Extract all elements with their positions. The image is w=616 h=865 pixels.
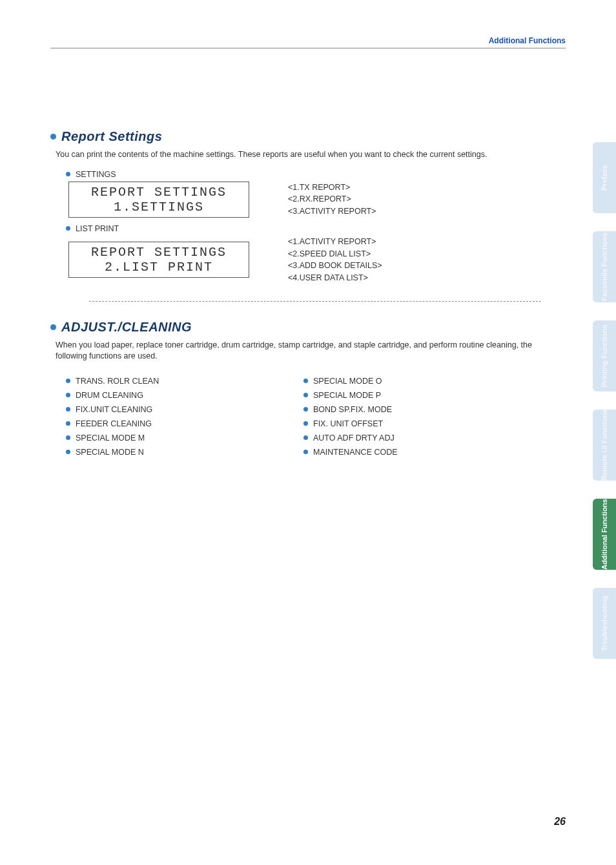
lcd-line-2: 1.SETTINGS xyxy=(114,200,204,214)
cleaning-functions-list: TRANS. ROLR CLEAN DRUM CLEANING FIX.UNIT… xyxy=(66,371,541,462)
settings-pair: REPORT SETTINGS 1.SETTINGS <1.TX REPORT>… xyxy=(68,182,541,218)
tab-troubleshooting[interactable]: Troubleshooting xyxy=(593,588,616,659)
tab-facsimile[interactable]: Facsimile Functions xyxy=(593,231,616,302)
settings-options: <1.TX REPORT> <2.RX.REPORT> <3.ACTIVITY … xyxy=(288,182,376,218)
bullet-icon xyxy=(303,450,308,454)
list-print-pair: REPORT SETTINGS 2.LIST PRINT <1.ACTIVITY… xyxy=(68,236,541,284)
tab-label: Remote UI Functions xyxy=(601,410,608,481)
sub-settings: SETTINGS xyxy=(66,170,541,179)
tab-label: Additional Functions xyxy=(601,499,608,569)
list-item: FIX. UNIT OFFSET xyxy=(303,419,541,428)
bullet-icon xyxy=(66,407,70,412)
section-divider xyxy=(89,301,541,302)
page-number: 26 xyxy=(554,816,566,828)
bullet-icon xyxy=(66,379,70,383)
lcd-line-1: REPORT SETTINGS xyxy=(91,245,227,260)
option-line: <1.TX REPORT> xyxy=(288,182,376,194)
lcd-display-list-print: REPORT SETTINGS 2.LIST PRINT xyxy=(68,242,249,278)
item-label: BOND SP.FIX. MODE xyxy=(313,405,392,414)
item-label: FIX.UNIT CLEANING xyxy=(76,405,152,414)
bullet-icon xyxy=(303,379,308,383)
list-item: DRUM CLEANING xyxy=(66,391,303,400)
sub-label: SETTINGS xyxy=(76,170,116,179)
tab-label: Printing Functions xyxy=(601,324,608,387)
header-rule xyxy=(50,48,566,48)
bullet-icon xyxy=(66,450,70,454)
section-report-settings-heading: Report Settings xyxy=(50,129,541,144)
tab-label: Troubleshooting xyxy=(601,596,608,651)
tab-label: Facsimile Functions xyxy=(601,233,608,301)
option-line: <2.RX.REPORT> xyxy=(288,193,376,205)
bullet-icon xyxy=(66,226,70,231)
option-line: <1.ACTIVITY REPORT> xyxy=(288,236,382,248)
bullet-icon xyxy=(303,407,308,412)
section-intro: You can print the contents of the machin… xyxy=(56,149,541,161)
sub-label: LIST PRINT xyxy=(76,224,119,233)
item-label: FEEDER CLEANING xyxy=(76,419,152,428)
list-item: SPECIAL MODE N xyxy=(66,448,303,457)
tab-remote-ui[interactable]: Remote UI Functions xyxy=(593,410,616,481)
tab-preface[interactable]: Preface xyxy=(593,142,616,213)
lcd-line-1: REPORT SETTINGS xyxy=(91,185,227,200)
list-item: SPECIAL MODE O xyxy=(303,377,541,386)
main-content: Report Settings You can print the conten… xyxy=(50,129,541,462)
column-b: SPECIAL MODE O SPECIAL MODE P BOND SP.FI… xyxy=(303,371,541,462)
lcd-display-settings: REPORT SETTINGS 1.SETTINGS xyxy=(68,182,249,218)
item-label: SPECIAL MODE M xyxy=(76,433,145,443)
bullet-icon xyxy=(66,393,70,397)
item-label: FIX. UNIT OFFSET xyxy=(313,419,383,428)
list-item: SPECIAL MODE M xyxy=(66,433,303,443)
item-label: SPECIAL MODE P xyxy=(313,391,381,400)
item-label: SPECIAL MODE N xyxy=(76,448,144,457)
list-item: SPECIAL MODE P xyxy=(303,391,541,400)
tab-additional[interactable]: Additional Functions xyxy=(593,499,616,570)
item-label: SPECIAL MODE O xyxy=(313,377,382,386)
item-label: MAINTENANCE CODE xyxy=(313,448,398,457)
item-label: AUTO ADF DRTY ADJ xyxy=(313,433,395,443)
item-label: TRANS. ROLR CLEAN xyxy=(76,377,159,386)
lcd-line-2: 2.LIST PRINT xyxy=(105,260,213,275)
bullet-icon xyxy=(66,421,70,426)
bullet-icon xyxy=(66,172,70,176)
list-item: FIX.UNIT CLEANING xyxy=(66,405,303,414)
bullet-icon xyxy=(50,324,56,330)
option-line: <2.SPEED DIAL LIST> xyxy=(288,248,382,260)
bullet-icon xyxy=(50,134,56,140)
option-line: <3.ACTIVITY REPORT> xyxy=(288,205,376,218)
bullet-icon xyxy=(303,435,308,440)
column-a: TRANS. ROLR CLEAN DRUM CLEANING FIX.UNIT… xyxy=(66,371,303,462)
list-item: FEEDER CLEANING xyxy=(66,419,303,428)
list-item: BOND SP.FIX. MODE xyxy=(303,405,541,414)
list-item: TRANS. ROLR CLEAN xyxy=(66,377,303,386)
item-label: DRUM CLEANING xyxy=(76,391,143,400)
section-title: ADJUST./CLEANING xyxy=(61,320,192,335)
list-item: AUTO ADF DRTY ADJ xyxy=(303,433,541,443)
sub-list-print: LIST PRINT xyxy=(66,224,541,233)
bullet-icon xyxy=(303,421,308,426)
option-line: <3.ADD BOOK DETAILS> xyxy=(288,260,382,272)
tab-label: Preface xyxy=(601,165,608,191)
section-adjust-cleaning-heading: ADJUST./CLEANING xyxy=(50,320,541,335)
section-title: Report Settings xyxy=(61,129,162,144)
bullet-icon xyxy=(66,435,70,440)
option-line: <4.USER DATA LIST> xyxy=(288,272,382,284)
list-print-options: <1.ACTIVITY REPORT> <2.SPEED DIAL LIST> … xyxy=(288,236,382,284)
tab-printing[interactable]: Printing Functions xyxy=(593,320,616,391)
side-tabs: Preface Facsimile Functions Printing Fun… xyxy=(593,142,616,677)
list-item: MAINTENANCE CODE xyxy=(303,448,541,457)
bullet-icon xyxy=(303,393,308,397)
header-breadcrumb: Additional Functions xyxy=(489,36,566,45)
section-intro: When you load paper, replace toner cartr… xyxy=(56,340,541,362)
